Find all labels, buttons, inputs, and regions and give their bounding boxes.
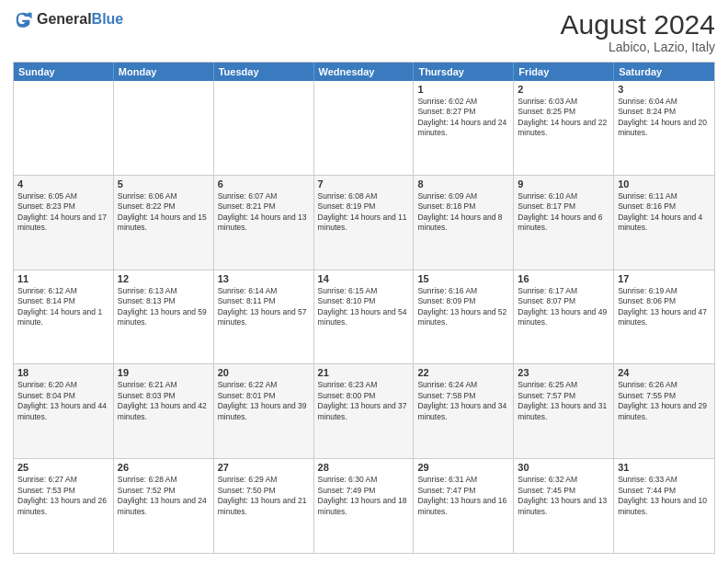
day-cell-4: 4Sunrise: 6:05 AM Sunset: 8:23 PM Daylig…	[14, 176, 114, 270]
day-cell-22: 22Sunrise: 6:24 AM Sunset: 7:58 PM Dayli…	[414, 364, 514, 458]
day-number: 8	[417, 178, 509, 190]
cell-info: Sunrise: 6:14 AM Sunset: 8:11 PM Dayligh…	[218, 286, 310, 328]
logo-blue: Blue	[92, 11, 124, 27]
day-number: 3	[618, 84, 711, 95]
empty-cell	[314, 81, 415, 175]
cell-info: Sunrise: 6:08 AM Sunset: 8:19 PM Dayligh…	[318, 191, 410, 234]
page: GeneralBlue August 2024 Labico, Lazio, I…	[0, 0, 728, 563]
day-number: 27	[218, 462, 310, 473]
cell-info: Sunrise: 6:13 AM Sunset: 8:13 PM Dayligh…	[118, 286, 210, 328]
header-day-wednesday: Wednesday	[314, 63, 415, 81]
day-number: 14	[318, 273, 410, 284]
day-cell-19: 19Sunrise: 6:21 AM Sunset: 8:03 PM Dayli…	[114, 364, 214, 458]
logo-general: General	[37, 11, 92, 27]
cell-info: Sunrise: 6:30 AM Sunset: 7:49 PM Dayligh…	[318, 475, 410, 517]
day-number: 25	[17, 462, 109, 473]
calendar-body: 1Sunrise: 6:02 AM Sunset: 8:27 PM Daylig…	[14, 81, 714, 553]
day-cell-31: 31Sunrise: 6:33 AM Sunset: 7:44 PM Dayli…	[614, 459, 714, 553]
day-number: 1	[417, 84, 509, 95]
day-number: 28	[318, 462, 410, 473]
cell-info: Sunrise: 6:23 AM Sunset: 8:00 PM Dayligh…	[318, 380, 410, 422]
cell-info: Sunrise: 6:32 AM Sunset: 7:45 PM Dayligh…	[518, 475, 609, 517]
day-number: 29	[417, 462, 509, 473]
day-cell-29: 29Sunrise: 6:31 AM Sunset: 7:47 PM Dayli…	[414, 459, 514, 553]
empty-cell	[214, 81, 314, 175]
day-cell-21: 21Sunrise: 6:23 AM Sunset: 8:00 PM Dayli…	[314, 364, 415, 458]
day-cell-17: 17Sunrise: 6:19 AM Sunset: 8:06 PM Dayli…	[614, 270, 714, 364]
day-number: 21	[318, 367, 410, 378]
header-day-sunday: Sunday	[14, 63, 114, 81]
day-cell-1: 1Sunrise: 6:02 AM Sunset: 8:27 PM Daylig…	[414, 81, 514, 175]
day-cell-30: 30Sunrise: 6:32 AM Sunset: 7:45 PM Dayli…	[514, 459, 614, 553]
cell-info: Sunrise: 6:28 AM Sunset: 7:52 PM Dayligh…	[118, 475, 210, 517]
cell-info: Sunrise: 6:22 AM Sunset: 8:01 PM Dayligh…	[218, 380, 310, 422]
day-cell-12: 12Sunrise: 6:13 AM Sunset: 8:13 PM Dayli…	[114, 270, 214, 364]
week-row-2: 11Sunrise: 6:12 AM Sunset: 8:14 PM Dayli…	[14, 270, 714, 364]
day-number: 20	[218, 367, 310, 378]
day-number: 17	[618, 273, 711, 284]
day-cell-16: 16Sunrise: 6:17 AM Sunset: 8:07 PM Dayli…	[514, 270, 614, 364]
cell-info: Sunrise: 6:06 AM Sunset: 8:22 PM Dayligh…	[118, 191, 210, 234]
cell-info: Sunrise: 6:15 AM Sunset: 8:10 PM Dayligh…	[318, 286, 410, 328]
subtitle: Labico, Lazio, Italy	[561, 40, 715, 54]
calendar-header: SundayMondayTuesdayWednesdayThursdayFrid…	[14, 63, 714, 81]
day-number: 16	[518, 273, 609, 284]
day-number: 30	[518, 462, 609, 473]
header-day-friday: Friday	[514, 63, 614, 81]
day-number: 9	[518, 178, 609, 190]
day-cell-2: 2Sunrise: 6:03 AM Sunset: 8:25 PM Daylig…	[514, 81, 614, 175]
day-number: 23	[518, 367, 609, 378]
cell-info: Sunrise: 6:16 AM Sunset: 8:09 PM Dayligh…	[417, 286, 509, 328]
day-cell-9: 9Sunrise: 6:10 AM Sunset: 8:17 PM Daylig…	[514, 176, 614, 270]
week-row-1: 4Sunrise: 6:05 AM Sunset: 8:23 PM Daylig…	[14, 175, 714, 270]
day-cell-13: 13Sunrise: 6:14 AM Sunset: 8:11 PM Dayli…	[214, 270, 314, 364]
header-day-monday: Monday	[114, 63, 214, 81]
cell-info: Sunrise: 6:09 AM Sunset: 8:18 PM Dayligh…	[417, 191, 509, 234]
cell-info: Sunrise: 6:20 AM Sunset: 8:04 PM Dayligh…	[17, 380, 109, 422]
cell-info: Sunrise: 6:25 AM Sunset: 7:57 PM Dayligh…	[518, 380, 609, 422]
day-number: 24	[618, 367, 711, 378]
day-number: 2	[518, 84, 609, 95]
day-number: 6	[218, 178, 310, 190]
logo-text: GeneralBlue	[37, 11, 123, 28]
header: GeneralBlue August 2024 Labico, Lazio, I…	[13, 9, 715, 54]
day-cell-25: 25Sunrise: 6:27 AM Sunset: 7:53 PM Dayli…	[14, 459, 114, 553]
day-cell-6: 6Sunrise: 6:07 AM Sunset: 8:21 PM Daylig…	[214, 176, 314, 270]
cell-info: Sunrise: 6:27 AM Sunset: 7:53 PM Dayligh…	[17, 475, 109, 517]
day-number: 7	[318, 178, 410, 190]
svg-marker-0	[28, 13, 31, 19]
cell-info: Sunrise: 6:33 AM Sunset: 7:44 PM Dayligh…	[618, 475, 711, 517]
day-number: 26	[118, 462, 210, 473]
day-number: 13	[218, 273, 310, 284]
day-cell-5: 5Sunrise: 6:06 AM Sunset: 8:22 PM Daylig…	[114, 176, 214, 270]
week-row-3: 18Sunrise: 6:20 AM Sunset: 8:04 PM Dayli…	[14, 363, 714, 458]
cell-info: Sunrise: 6:19 AM Sunset: 8:06 PM Dayligh…	[618, 286, 711, 328]
day-cell-23: 23Sunrise: 6:25 AM Sunset: 7:57 PM Dayli…	[514, 364, 614, 458]
header-day-saturday: Saturday	[614, 63, 714, 81]
day-cell-8: 8Sunrise: 6:09 AM Sunset: 8:18 PM Daylig…	[414, 176, 514, 270]
cell-info: Sunrise: 6:24 AM Sunset: 7:58 PM Dayligh…	[417, 380, 509, 422]
cell-info: Sunrise: 6:07 AM Sunset: 8:21 PM Dayligh…	[218, 191, 310, 234]
header-day-thursday: Thursday	[414, 63, 514, 81]
day-cell-15: 15Sunrise: 6:16 AM Sunset: 8:09 PM Dayli…	[414, 270, 514, 364]
cell-info: Sunrise: 6:05 AM Sunset: 8:23 PM Dayligh…	[17, 191, 109, 234]
week-row-4: 25Sunrise: 6:27 AM Sunset: 7:53 PM Dayli…	[14, 458, 714, 553]
cell-info: Sunrise: 6:10 AM Sunset: 8:17 PM Dayligh…	[518, 191, 609, 234]
day-number: 5	[118, 178, 210, 190]
day-cell-11: 11Sunrise: 6:12 AM Sunset: 8:14 PM Dayli…	[14, 270, 114, 364]
day-number: 18	[17, 367, 109, 378]
cell-info: Sunrise: 6:02 AM Sunset: 8:27 PM Dayligh…	[417, 97, 509, 139]
day-cell-10: 10Sunrise: 6:11 AM Sunset: 8:16 PM Dayli…	[614, 176, 714, 270]
day-cell-18: 18Sunrise: 6:20 AM Sunset: 8:04 PM Dayli…	[14, 364, 114, 458]
day-cell-7: 7Sunrise: 6:08 AM Sunset: 8:19 PM Daylig…	[314, 176, 415, 270]
main-title: August 2024	[561, 9, 715, 40]
cell-info: Sunrise: 6:12 AM Sunset: 8:14 PM Dayligh…	[17, 286, 109, 328]
day-cell-27: 27Sunrise: 6:29 AM Sunset: 7:50 PM Dayli…	[214, 459, 314, 553]
day-number: 10	[618, 178, 711, 190]
cell-info: Sunrise: 6:26 AM Sunset: 7:55 PM Dayligh…	[618, 380, 711, 422]
day-cell-20: 20Sunrise: 6:22 AM Sunset: 8:01 PM Dayli…	[214, 364, 314, 458]
cell-info: Sunrise: 6:03 AM Sunset: 8:25 PM Dayligh…	[518, 97, 609, 139]
day-number: 4	[17, 178, 109, 190]
calendar: SundayMondayTuesdayWednesdayThursdayFrid…	[13, 62, 715, 554]
logo: GeneralBlue	[13, 9, 123, 29]
